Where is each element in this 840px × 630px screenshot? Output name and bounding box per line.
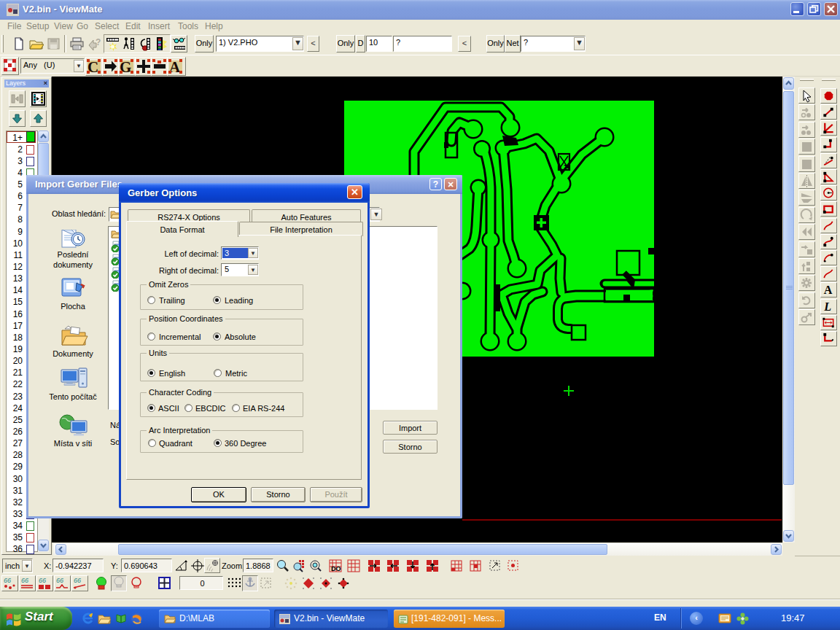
svg-text:66: 66 xyxy=(39,577,46,584)
svg-text:A: A xyxy=(824,284,833,296)
svg-text:66: 66 xyxy=(74,577,81,584)
svg-text:66: 66 xyxy=(56,577,63,584)
svg-text:66: 66 xyxy=(21,577,28,584)
svg-text:?: ? xyxy=(96,37,101,47)
svg-text:DO: DO xyxy=(331,565,341,572)
svg-text:66: 66 xyxy=(4,577,11,584)
svg-text:L: L xyxy=(823,300,831,313)
